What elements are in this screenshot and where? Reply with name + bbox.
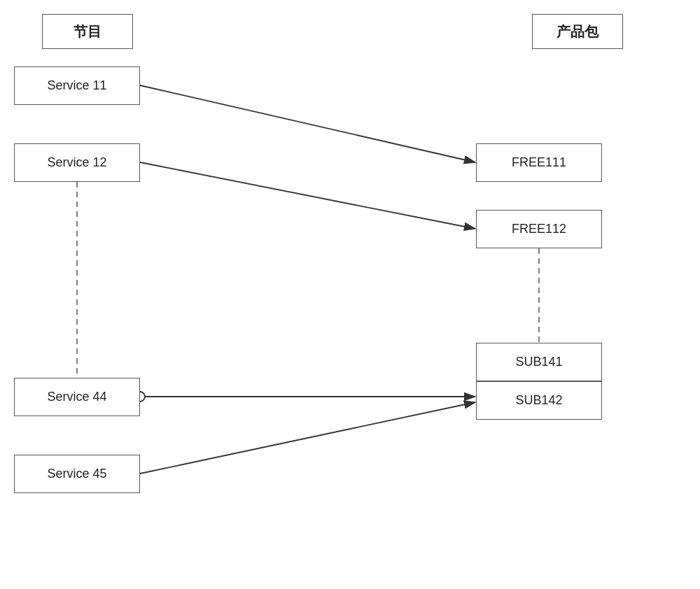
node-sub141: SUB141: [476, 343, 602, 381]
node-free111: FREE111: [476, 143, 602, 182]
header-right-label: 产品包: [556, 22, 598, 41]
header-left: 节目: [42, 14, 133, 49]
node-sub142: SUB142: [476, 381, 602, 420]
svg-line-2: [140, 85, 475, 162]
node-service12: Service 12: [14, 143, 140, 182]
node-service44: Service 44: [14, 378, 140, 416]
header-left-label: 节目: [74, 22, 102, 41]
node-free112: FREE112: [476, 210, 602, 248]
header-right: 产品包: [532, 14, 623, 49]
node-service45: Service 45: [14, 455, 140, 493]
svg-line-3: [140, 162, 475, 229]
svg-line-8: [140, 402, 475, 474]
node-service11: Service 11: [14, 66, 140, 105]
